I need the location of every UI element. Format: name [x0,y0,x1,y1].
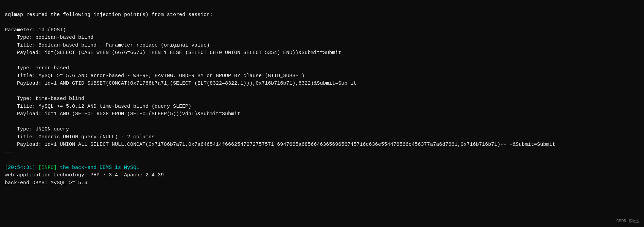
line-11: Title: MySQL >= 5.0.12 AND time-based bl… [5,104,191,109]
line-7: Type: error-based [5,65,69,71]
line-1: sqlmap resumed the following injection p… [5,12,213,18]
line-6: Payload: id=(SELECT (CASE WHEN (6676=667… [5,50,341,56]
line-dbms: back-end DBMS: MySQL >= 5.6 [5,180,87,186]
line-3: Parameter: id (POST) [5,27,66,33]
line-5: Title: Boolean-based blind - Parameter r… [5,42,210,48]
line-16: --- [5,150,14,155]
line-8: Title: MySQL >= 5.6 AND error-based - WH… [5,73,304,79]
line-10: Type: time-based blind [5,96,84,102]
line-info: [20:54:31] [INFO] the back-end DBMS is M… [5,165,139,171]
line-4: Type: boolean-based blind [5,35,93,40]
line-9: Payload: id=1 AND GTID_SUBSET(CONCAT(0x7… [5,81,356,86]
line-tech: web application technology: PHP 7.3.4, A… [5,172,164,178]
line-12: Payload: id=1 AND (SELECT 9528 FROM (SEL… [5,111,240,117]
line-15: Payload: id=1 UNION ALL SELECT NULL,CONC… [5,142,555,147]
watermark: CSDN @秋远 [616,218,639,224]
line-13: Type: UNION query [5,126,69,132]
line-2: --- [5,19,14,25]
terminal-output: sqlmap resumed the following injection p… [5,3,639,187]
line-14: Title: Generic UNION query (NULL) - 2 co… [5,134,155,140]
